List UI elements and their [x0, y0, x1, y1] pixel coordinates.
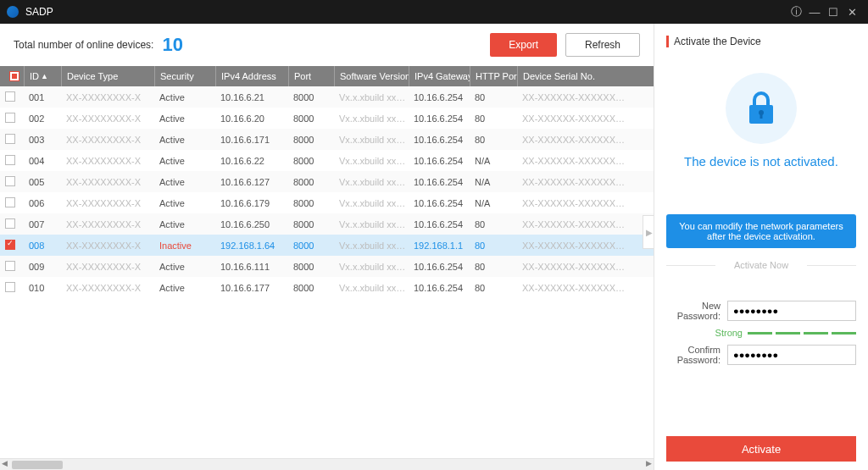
cell-id: 010 [24, 283, 61, 293]
scroll-right-icon[interactable]: ▶ [646, 459, 652, 467]
table-row[interactable]: 002XX-XXXXXXXX-XActive10.16.6.208000Vx.x… [0, 108, 654, 129]
maximize-button[interactable]: ☐ [824, 6, 843, 19]
cell-ipv4-address: 10.16.6.127 [215, 177, 288, 187]
row-checkbox[interactable] [0, 282, 24, 294]
table-header: ID▲ Device Type Security IPv4 Address Po… [0, 66, 654, 86]
table-row[interactable]: 005XX-XXXXXXXX-XActive10.16.6.1278000Vx.… [0, 171, 654, 192]
table-row[interactable]: 001XX-XXXXXXXX-XActive10.16.6.218000Vx.x… [0, 86, 654, 108]
cell-security: Active [154, 156, 215, 166]
export-button[interactable]: Export [490, 33, 557, 57]
table-row[interactable]: 007XX-XXXXXXXX-XActive10.16.6.2508000Vx.… [0, 213, 654, 235]
cell-serial: XX-XXXXXX-XXXXXXXX [517, 135, 627, 145]
scroll-left-icon[interactable]: ◀ [2, 459, 8, 467]
row-checkbox[interactable] [0, 218, 24, 230]
sort-asc-icon: ▲ [41, 72, 48, 80]
confirm-password-input[interactable] [727, 345, 856, 365]
cell-http-port: N/A [470, 177, 517, 187]
cell-ipv4-gateway: 10.16.6.254 [409, 283, 470, 293]
col-port[interactable]: Port [288, 66, 334, 86]
horizontal-scrollbar[interactable]: ◀ ▶ [0, 458, 654, 470]
minimize-button[interactable]: — [805, 6, 824, 19]
cell-http-port: N/A [470, 156, 517, 166]
app-title: SADP [25, 6, 787, 18]
cell-ipv4-gateway: 10.16.6.254 [409, 198, 470, 208]
total-devices-count: 10 [162, 34, 182, 56]
cell-port: 8000 [288, 135, 334, 145]
svg-rect-2 [760, 113, 763, 119]
cell-http-port: 80 [470, 113, 517, 124]
cell-security: Active [154, 283, 215, 293]
row-checkbox[interactable] [0, 197, 24, 209]
password-strength-bars [748, 332, 856, 335]
new-password-label: New Password: [666, 301, 727, 321]
cell-device-type: XX-XXXXXXXX-X [61, 283, 154, 293]
col-security[interactable]: Security [154, 66, 215, 86]
cell-security: Active [154, 135, 215, 145]
row-checkbox[interactable] [0, 134, 24, 146]
cell-id: 005 [24, 177, 61, 187]
cell-device-type: XX-XXXXXXXX-X [61, 177, 154, 187]
expand-panel-tab[interactable]: ▶ [643, 215, 654, 249]
cell-http-port: 80 [470, 262, 517, 272]
refresh-button[interactable]: Refresh [565, 33, 640, 57]
cell-port: 8000 [288, 219, 334, 229]
table-row[interactable]: 006XX-XXXXXXXX-XActive10.16.6.1798000Vx.… [0, 192, 654, 213]
cell-serial: XX-XXXXXX-XXXXXXXXXX [517, 262, 627, 272]
col-ipv4-address[interactable]: IPv4 Address [215, 66, 288, 86]
table-row[interactable]: 010XX-XXXXXXXX-XActive10.16.6.1778000Vx.… [0, 277, 654, 298]
row-checkbox[interactable] [0, 261, 24, 273]
cell-software-version: Vx.x.xbuild xxxxxx [334, 198, 409, 208]
toolbar: Total number of online devices: 10 Expor… [0, 24, 654, 66]
cell-http-port: 80 [470, 241, 517, 251]
cell-software-version: Vx.x.xbuild xxxxxx [334, 283, 409, 293]
cell-port: 8000 [288, 177, 334, 187]
row-checkbox[interactable] [0, 91, 24, 103]
cell-serial: XX-XXXXXX-XXXXXXXXXXX [517, 92, 627, 102]
cell-software-version: Vx.x.xbuild xxxxxx [334, 135, 409, 145]
cell-serial: XX-XXXXXX-XXXXXXXXXXX [517, 283, 627, 293]
col-ipv4-gateway[interactable]: IPv4 Gateway [409, 66, 470, 86]
cell-serial: XX-XXXXXX-XXXXXXXXXXX [517, 241, 627, 251]
lock-icon [726, 73, 797, 144]
row-checkbox[interactable] [0, 155, 24, 167]
col-software-version[interactable]: Software Version [334, 66, 409, 86]
col-id[interactable]: ID▲ [24, 66, 61, 86]
table-row[interactable]: 004XX-XXXXXXXX-XActive10.16.6.228000Vx.x… [0, 150, 654, 171]
cell-ipv4-gateway: 192.168.1.1 [409, 241, 470, 251]
cell-device-type: XX-XXXXXXXX-X [61, 219, 154, 229]
cell-http-port: 80 [470, 219, 517, 229]
table-row[interactable]: 003XX-XXXXXXXX-XActive10.16.6.1718000Vx.… [0, 129, 654, 150]
cell-ipv4-gateway: 10.16.6.254 [409, 219, 470, 229]
activation-tooltip: You can modify the network parameters af… [666, 214, 856, 248]
scrollbar-thumb[interactable] [12, 461, 63, 469]
cell-device-type: XX-XXXXXXXX-X [61, 135, 154, 145]
cell-software-version: Vx.x.xbuild xxxxxx [334, 262, 409, 272]
col-serial[interactable]: Device Serial No. [517, 66, 627, 86]
info-icon[interactable]: ⓘ [787, 4, 805, 19]
cell-serial: XX-XXXXXX-XXXXXXXXXXX [517, 177, 627, 187]
activate-button[interactable]: Activate [666, 436, 856, 462]
cell-serial: XX-XXXXXX-XXXXXXXXX [517, 198, 627, 208]
cell-software-version: Vx.x.xbuild xxxxxx [334, 156, 409, 166]
cell-security: Active [154, 177, 215, 187]
cell-port: 8000 [288, 113, 334, 124]
cell-ipv4-address: 10.16.6.171 [215, 135, 288, 145]
activate-panel: Activate the Device The device is not ac… [654, 24, 868, 470]
cell-ipv4-gateway: 10.16.6.254 [409, 135, 470, 145]
row-checkbox[interactable] [0, 113, 24, 124]
col-device-type[interactable]: Device Type [61, 66, 154, 86]
cell-id: 007 [24, 219, 61, 229]
cell-device-type: XX-XXXXXXXX-X [61, 198, 154, 208]
table-row[interactable]: 009XX-XXXXXXXX-XActive10.16.6.1118000Vx.… [0, 256, 654, 277]
cell-ipv4-gateway: 10.16.6.254 [409, 262, 470, 272]
cell-ipv4-address: 10.16.6.20 [215, 113, 288, 124]
col-http-port[interactable]: HTTP Port [470, 66, 517, 86]
row-checkbox[interactable] [0, 176, 24, 188]
select-all-checkbox[interactable] [0, 66, 24, 86]
close-button[interactable]: ✕ [843, 6, 861, 19]
table-row[interactable]: 008XX-XXXXXXXX-XInactive192.168.1.648000… [0, 235, 654, 256]
cell-id: 008 [24, 241, 61, 251]
row-checkbox[interactable] [0, 240, 24, 252]
new-password-input[interactable] [727, 301, 856, 321]
cell-security: Active [154, 198, 215, 208]
